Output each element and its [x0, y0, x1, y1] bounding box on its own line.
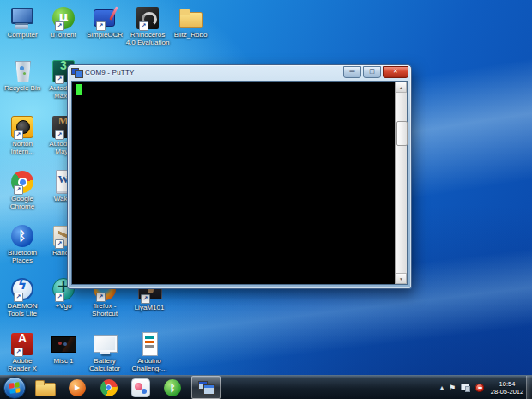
- folder-icon: [178, 5, 203, 31]
- icon-label: Recycle Bin: [2, 85, 43, 93]
- taskbar-item-putty-active[interactable]: [191, 376, 221, 399]
- icon-label: Norton Intern...: [2, 141, 43, 155]
- shortcut-arrow-icon: [55, 21, 64, 31]
- icon-label: Bluetooth Places: [2, 250, 43, 264]
- desktop-icon-simpleocr[interactable]: SimpleOCR: [84, 5, 125, 39]
- icon-label: Battery Calculator: [84, 358, 125, 372]
- desktop-icon-utorrent[interactable]: uTorrent: [43, 5, 84, 39]
- minimize-button[interactable]: —: [343, 66, 361, 78]
- putty-window: COM9 - PuTTY — □ ✕ ▲ ▼: [67, 64, 412, 289]
- shortcut-arrow-icon: [14, 293, 23, 302]
- icon-label: Computer: [2, 32, 43, 39]
- shortcut-arrow-icon: [96, 293, 106, 302]
- terminal-screen[interactable]: ▲ ▼: [71, 81, 408, 285]
- window-controls: — □ ✕: [343, 66, 408, 78]
- calculator-icon: [92, 331, 118, 357]
- terminal-scrollbar[interactable]: ▲ ▼: [395, 82, 407, 284]
- chrome-icon: [9, 169, 35, 195]
- media-app-icon: [131, 378, 150, 397]
- shortcut-arrow-icon: [141, 294, 150, 304]
- desktop-icon-misc-1[interactable]: Misc 1: [43, 331, 84, 366]
- action-center-flag-icon[interactable]: ⚑: [449, 384, 456, 392]
- shortcut-arrow-icon: [55, 75, 64, 84]
- system-tray: ▴ ⚑ 10:54 28-05-2012: [440, 376, 525, 399]
- bluetooth-icon: ᛒ: [164, 379, 181, 396]
- utorrent-icon: [51, 5, 76, 31]
- shortcut-arrow-icon: [96, 21, 106, 31]
- video-file-icon: [51, 331, 76, 357]
- desktop-icon-adobe-reader[interactable]: Adobe Reader X: [2, 331, 43, 372]
- icon-label: Misc 1: [43, 358, 84, 366]
- icon-label: +Vgo: [43, 303, 84, 311]
- chrome-icon: [100, 379, 118, 396]
- desktop-icon-battery-calculator[interactable]: Battery Calculator: [84, 331, 125, 372]
- icon-label: Arduino Challeng-...: [127, 358, 172, 372]
- desktop-icon-computer[interactable]: Computer: [2, 5, 43, 39]
- taskbar-clock[interactable]: 10:54 28-05-2012: [489, 380, 525, 396]
- computer-icon: [9, 5, 35, 31]
- icon-label: Adobe Reader X: [2, 358, 43, 372]
- terminal-cursor: [76, 84, 82, 95]
- windows-orb-icon: [3, 377, 26, 399]
- icon-label: DAEMON Tools Lite: [2, 303, 43, 317]
- taskbar-item-media-app[interactable]: [128, 377, 154, 398]
- icon-label: firefox - Shortcut: [84, 303, 125, 317]
- desktop-icon-arduino-challenge[interactable]: Arduino Challeng-...: [127, 331, 172, 372]
- desktop-icon-daemon-tools[interactable]: DAEMON Tools Lite: [2, 276, 43, 317]
- clock-date: 28-05-2012: [489, 388, 525, 396]
- windows-flag-icon: [9, 382, 21, 394]
- daemon-tools-icon: [9, 276, 35, 302]
- network-icon[interactable]: [461, 384, 470, 392]
- icon-label: Google Chrome: [2, 196, 43, 210]
- shortcut-arrow-icon: [14, 348, 23, 357]
- norton-icon: [9, 114, 35, 140]
- maximize-button[interactable]: □: [363, 66, 381, 78]
- play-icon: ▶: [69, 379, 86, 396]
- status-alert-icon[interactable]: [475, 384, 484, 392]
- putty-icon: [71, 68, 82, 78]
- icon-label: SimpleOCR: [84, 32, 125, 39]
- taskbar-item-bluetooth[interactable]: ᛒ: [160, 377, 185, 398]
- icon-label: Blitz_Robo: [170, 32, 211, 39]
- window-title: COM9 - PuTTY: [85, 69, 343, 76]
- explorer-folder-icon: [35, 379, 56, 396]
- scroll-down-icon[interactable]: ▼: [396, 273, 407, 284]
- taskbar[interactable]: ▶ ᛒ ▴ ⚑ 10:54 28-05-2012: [0, 375, 532, 399]
- desktop-icon-blitz-robo[interactable]: Blitz_Robo: [170, 5, 211, 39]
- close-button[interactable]: ✕: [383, 66, 408, 78]
- icon-label: Rhinoceros 4.0 Evaluation: [125, 32, 170, 46]
- show-desktop-button[interactable]: [526, 376, 532, 399]
- scroll-up-icon[interactable]: ▲: [396, 82, 407, 93]
- icon-label: LiyaM101: [129, 305, 170, 312]
- start-button[interactable]: [0, 376, 29, 399]
- screen: Computer uTorrent SimpleOCR Rhinoceros 4…: [0, 0, 532, 399]
- shortcut-arrow-icon: [14, 185, 23, 195]
- shortcut-arrow-icon: [55, 239, 64, 249]
- arduino-file-icon: [136, 331, 162, 357]
- desktop-surface[interactable]: Computer uTorrent SimpleOCR Rhinoceros 4…: [0, 0, 532, 376]
- simpleocr-icon: [92, 5, 118, 31]
- desktop-icon-recycle-bin[interactable]: Recycle Bin: [2, 58, 43, 93]
- window-titlebar[interactable]: COM9 - PuTTY — □ ✕: [68, 65, 411, 80]
- taskbar-item-chrome[interactable]: [96, 377, 122, 398]
- icon-label: uTorrent: [43, 32, 84, 39]
- shortcut-arrow-icon: [14, 130, 23, 140]
- desktop-icon-norton[interactable]: Norton Intern...: [2, 114, 43, 155]
- desktop-icon-bluetooth-places[interactable]: Bluetooth Places: [2, 223, 43, 264]
- taskbar-item-media-player[interactable]: ▶: [64, 377, 90, 398]
- bluetooth-icon: [9, 223, 35, 249]
- desktop-icon-chrome[interactable]: Google Chrome: [2, 169, 43, 210]
- desktop-icon-rhinoceros[interactable]: Rhinoceros 4.0 Evaluation: [125, 5, 170, 46]
- clock-time: 10:54: [489, 380, 525, 388]
- hidden-icons-chevron-icon[interactable]: ▴: [440, 384, 444, 391]
- rhinoceros-icon: [135, 5, 160, 31]
- taskbar-item-explorer[interactable]: [33, 377, 58, 398]
- adobe-reader-icon: [9, 331, 35, 357]
- scrollbar-thumb[interactable]: [396, 121, 408, 146]
- recycle-bin-icon: [9, 58, 35, 84]
- putty-icon: [198, 381, 214, 394]
- shortcut-arrow-icon: [139, 21, 148, 31]
- shortcut-arrow-icon: [55, 293, 64, 302]
- shortcut-arrow-icon: [55, 130, 64, 140]
